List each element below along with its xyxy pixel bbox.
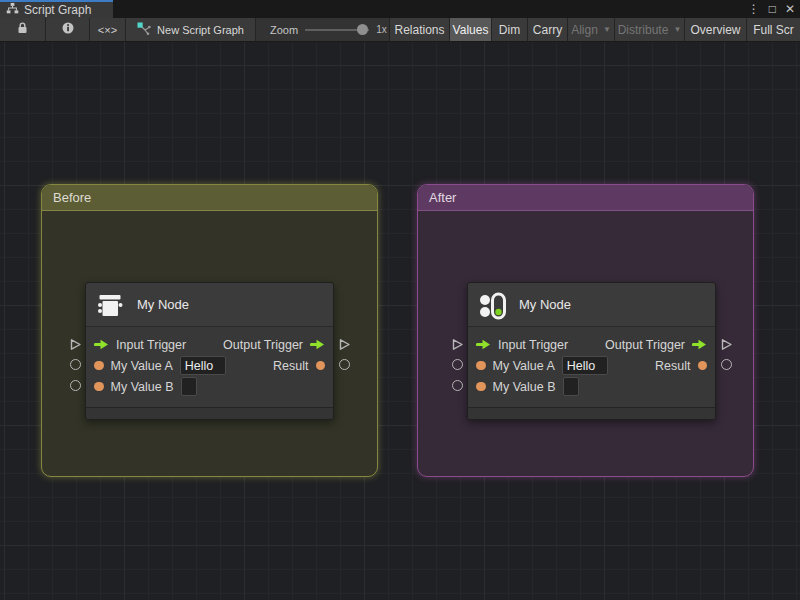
chevron-down-icon: ▼ — [673, 25, 681, 34]
value-input-port-icon[interactable] — [476, 361, 486, 371]
fullscreen-label: Full Scr — [753, 23, 794, 37]
code-view-button[interactable]: <×> — [90, 18, 126, 41]
unit-toggle-icon — [477, 290, 507, 320]
tab-bar: Script Graph ⋮ □ ✕ — [0, 0, 800, 18]
zoom-slider[interactable] — [305, 24, 369, 35]
port-label: My Value B — [111, 380, 174, 394]
node-footer — [86, 407, 333, 419]
port-label: Result — [655, 359, 690, 373]
values-label: Values — [453, 23, 489, 37]
port-label: Result — [273, 359, 308, 373]
value-output-port-icon[interactable] — [316, 361, 326, 371]
toolbar: <×> New Script Graph Zoom 1x Relations V… — [0, 18, 800, 42]
node-header[interactable]: My Node — [86, 283, 333, 327]
port-label: My Value A — [493, 359, 555, 373]
flow-input-port-icon[interactable] — [476, 339, 491, 350]
tab-label: Script Graph — [24, 3, 91, 17]
fullscreen-button[interactable]: Full Scr — [747, 18, 800, 41]
dim-label: Dim — [499, 23, 520, 37]
code-icon: <×> — [98, 24, 117, 36]
node-header[interactable]: My Node — [468, 283, 715, 327]
external-value-port-icon — [452, 359, 463, 370]
zoom-slider-handle[interactable] — [357, 24, 368, 35]
group-after-label: After — [429, 190, 456, 205]
node-footer — [468, 407, 715, 419]
zoom-value: 1x — [376, 24, 387, 35]
node-body: Input Trigger Output Trigger My Value A — [86, 327, 333, 402]
zoom-control: Zoom 1x — [256, 18, 390, 41]
maximize-icon[interactable]: □ — [769, 0, 776, 18]
value-a-input[interactable] — [562, 356, 608, 375]
port-label: Input Trigger — [498, 338, 568, 352]
overview-label: Overview — [690, 23, 740, 37]
window-controls: ⋮ □ ✕ — [748, 0, 795, 18]
port-label: Output Trigger — [223, 338, 303, 352]
flow-output-port-icon[interactable] — [310, 339, 325, 350]
dim-toggle[interactable]: Dim — [492, 18, 528, 41]
external-value-port-icon — [70, 380, 81, 391]
carry-toggle[interactable]: Carry — [528, 18, 568, 41]
distribute-dropdown[interactable]: Distribute ▼ — [615, 18, 685, 41]
new-script-graph-button[interactable]: New Script Graph — [126, 18, 256, 41]
lock-icon — [17, 22, 28, 37]
flow-input-port-icon[interactable] — [94, 339, 109, 350]
node-body: Input Trigger Output Trigger My Value A — [468, 327, 715, 402]
group-before-header[interactable]: Before — [42, 185, 377, 211]
flow-output-port-icon[interactable] — [692, 339, 707, 350]
value-output-port-icon[interactable] — [698, 361, 708, 371]
group-after-header[interactable]: After — [418, 185, 753, 211]
value-input-port-icon[interactable] — [476, 382, 486, 392]
info-icon — [62, 22, 74, 37]
external-value-port-icon — [452, 380, 463, 391]
external-value-port-icon — [70, 359, 81, 370]
graph-node-icon — [137, 22, 151, 37]
group-before-label: Before — [53, 190, 91, 205]
node-my-node-after[interactable]: My Node Input Trigger Output Trigger — [467, 282, 716, 420]
external-flow-port-icon — [338, 337, 351, 355]
external-flow-port-icon — [451, 337, 464, 355]
node-title: My Node — [137, 297, 189, 312]
new-script-graph-label: New Script Graph — [157, 24, 244, 36]
info-button[interactable] — [46, 18, 90, 41]
values-toggle[interactable]: Values — [450, 18, 492, 41]
lock-button[interactable] — [0, 18, 46, 41]
chevron-down-icon: ▼ — [603, 25, 611, 34]
zoom-label: Zoom — [270, 24, 298, 36]
value-input-port-icon[interactable] — [94, 361, 104, 371]
script-machine-icon — [95, 290, 125, 320]
value-b-input[interactable] — [563, 377, 579, 396]
external-flow-port-icon — [720, 337, 733, 355]
align-dropdown[interactable]: Align ▼ — [568, 18, 615, 41]
relations-toggle[interactable]: Relations — [390, 18, 450, 41]
align-label: Align — [571, 23, 598, 37]
tab-script-graph[interactable]: Script Graph — [0, 0, 113, 18]
node-my-node-before[interactable]: My Node Input Trigger Output Trigger — [85, 282, 334, 420]
more-menu-icon[interactable]: ⋮ — [748, 0, 760, 18]
value-b-input[interactable] — [181, 377, 197, 396]
graph-canvas[interactable]: Before After My Node — [0, 42, 800, 600]
carry-label: Carry — [533, 23, 562, 37]
distribute-label: Distribute — [618, 23, 669, 37]
port-label: My Value B — [493, 380, 556, 394]
value-input-port-icon[interactable] — [94, 382, 104, 392]
sitemap-icon — [6, 2, 19, 18]
close-icon[interactable]: ✕ — [785, 0, 795, 18]
port-label: My Value A — [111, 359, 173, 373]
external-value-port-icon — [721, 359, 732, 370]
relations-label: Relations — [394, 23, 444, 37]
value-a-input[interactable] — [180, 356, 226, 375]
port-label: Input Trigger — [116, 338, 186, 352]
external-value-port-icon — [339, 359, 350, 370]
node-title: My Node — [519, 297, 571, 312]
overview-button[interactable]: Overview — [685, 18, 747, 41]
external-flow-port-icon — [69, 337, 82, 355]
port-label: Output Trigger — [605, 338, 685, 352]
